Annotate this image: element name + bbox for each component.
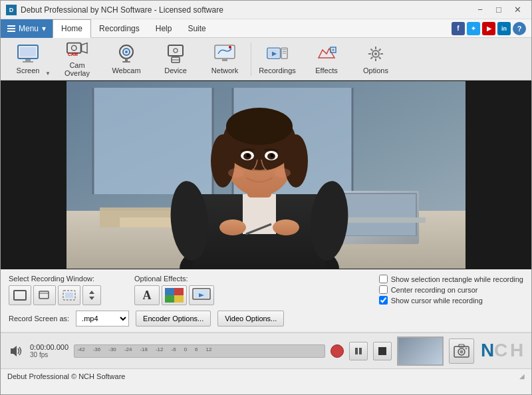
svg-point-10 (125, 51, 128, 53)
checkbox-center[interactable] (379, 285, 388, 294)
window-btn[interactable] (33, 285, 56, 305)
controls-section: Select Recording Window: Optional Effect… (1, 269, 531, 332)
svg-rect-96 (359, 348, 362, 354)
svg-line-37 (371, 49, 373, 51)
svg-rect-81 (39, 291, 49, 299)
svg-line-40 (371, 57, 373, 59)
window-controls: − □ ✕ (471, 3, 526, 17)
linkedin-icon[interactable]: in (497, 22, 511, 35)
svg-point-16 (174, 49, 178, 53)
svg-rect-80 (14, 291, 26, 300)
svg-point-68 (211, 134, 235, 188)
twitter-icon[interactable]: ✦ (467, 22, 480, 35)
svg-point-5 (72, 45, 77, 51)
checkbox-cursor[interactable] (379, 296, 388, 305)
preview-svg (66, 81, 466, 269)
svg-point-63 (219, 219, 246, 235)
svg-line-39 (379, 49, 381, 51)
controls-row1: Select Recording Window: Optional Effect… (9, 275, 523, 305)
toolbar-recordings[interactable]: Recordings (253, 40, 302, 78)
svg-rect-84 (65, 293, 73, 298)
menu-right: f ✦ ▶ in ? (452, 22, 531, 35)
checkbox-row-2: Show cursor while recording (379, 296, 523, 305)
menu-label: Menu (19, 24, 39, 33)
status-text: Debut Professional © NCH Software (7, 372, 125, 380)
svg-point-32 (374, 53, 377, 55)
svg-rect-88 (174, 288, 184, 295)
video-preview (66, 81, 466, 269)
checkbox-rectangle[interactable] (379, 275, 388, 283)
svg-point-77 (228, 168, 244, 178)
svg-text:N: N (481, 340, 494, 360)
thumbnail-preview (397, 336, 444, 366)
effects-label: Effects (315, 66, 337, 74)
svg-rect-92 (194, 290, 209, 298)
toolbar-cam-overlay[interactable]: CAM Cam Overlay (53, 40, 102, 78)
facebook-icon[interactable]: f (452, 22, 465, 35)
close-button[interactable]: ✕ (509, 3, 526, 17)
svg-marker-6 (82, 43, 87, 53)
encoder-options-button[interactable]: Encoder Options... (136, 311, 211, 327)
toolbar-network[interactable]: Network (200, 40, 249, 78)
svg-rect-43 (93, 88, 213, 194)
svg-rect-4 (67, 43, 81, 53)
svg-marker-85 (89, 291, 94, 294)
svg-rect-3 (23, 61, 33, 63)
help-button[interactable]: ? (513, 22, 526, 35)
fullscreen-btn[interactable] (9, 285, 31, 305)
maximize-button[interactable]: □ (490, 3, 507, 17)
toolbar-device[interactable]: Device (151, 40, 200, 78)
overlay-effect-btn[interactable] (189, 285, 214, 305)
region-arrows-btn[interactable] (82, 285, 101, 305)
options-label: Options (363, 66, 388, 74)
main-content (1, 80, 531, 269)
cam-overlay-icon: CAM (66, 41, 88, 59)
tab-help[interactable]: Help (148, 19, 180, 38)
track-marks: -42 -36 -30 -24 -18 -12 -6 0 6 12 (74, 346, 325, 352)
video-options-button[interactable]: Video Options... (217, 311, 284, 327)
svg-point-20 (229, 46, 231, 49)
select-window-label: Select Recording Window: (9, 275, 101, 283)
record-button[interactable] (331, 344, 344, 358)
format-select[interactable]: .mp4 .avi .wmv .mov (76, 311, 129, 327)
menu-button[interactable]: Menu ▾ (1, 19, 53, 38)
cam-overlay-label: Cam Overlay (56, 61, 98, 77)
device-icon (165, 43, 186, 65)
tab-suite[interactable]: Suite (180, 19, 213, 38)
menu-bar: Menu ▾ Home Recordings Help Suite f ✦ ▶ … (1, 19, 531, 38)
toolbar-options[interactable]: Options (351, 40, 400, 78)
menu-chevron: ▾ (42, 24, 46, 33)
minimize-button[interactable]: − (471, 3, 489, 17)
webcam-label: Webcam (112, 66, 140, 74)
time-track: -42 -36 -30 -24 -18 -12 -6 0 6 12 (74, 344, 325, 358)
toolbar-effects[interactable]: Effects (302, 40, 351, 78)
toolbar-screen[interactable]: Screen ▼ (3, 40, 53, 78)
optional-effects-label: Optional Effects: (134, 275, 214, 283)
volume-button[interactable] (6, 342, 25, 360)
hamburger-icon (7, 25, 15, 32)
toolbar-webcam[interactable]: Webcam (102, 40, 151, 78)
tab-home[interactable]: Home (53, 19, 91, 38)
nch-logo: N C H (479, 338, 526, 364)
svg-point-70 (226, 108, 293, 145)
region-btn[interactable] (58, 285, 80, 305)
svg-point-76 (271, 154, 274, 158)
text-effect-btn[interactable]: A (134, 285, 160, 305)
svg-marker-86 (89, 297, 94, 300)
stop-button[interactable] (373, 342, 392, 360)
youtube-icon[interactable]: ▶ (482, 22, 495, 35)
pause-button[interactable] (349, 342, 368, 360)
snapshot-button[interactable] (449, 338, 474, 364)
window-buttons (9, 285, 101, 305)
svg-rect-87 (165, 288, 174, 295)
svg-rect-19 (222, 59, 227, 61)
svg-rect-12 (122, 61, 130, 63)
svg-point-99 (460, 350, 464, 353)
tab-recordings[interactable]: Recordings (91, 19, 148, 38)
optional-effects-group: Optional Effects: A (134, 275, 214, 305)
svg-rect-95 (355, 348, 358, 354)
effects-icon (316, 43, 337, 65)
color-effect-btn[interactable] (162, 285, 187, 305)
svg-point-75 (247, 154, 250, 158)
checkbox-rectangle-label: Show selection rectangle while recording (391, 275, 523, 283)
